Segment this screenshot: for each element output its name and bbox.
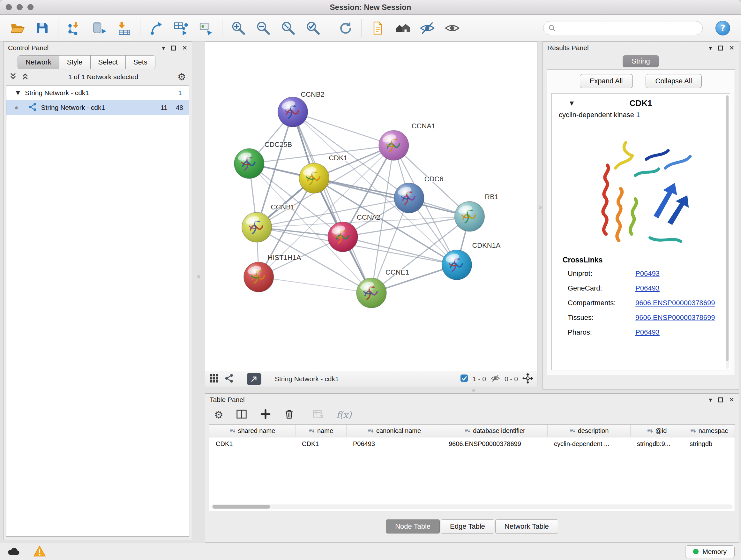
refresh-view-button[interactable] (336, 19, 354, 37)
network-row[interactable]: ● String Network - cdk1 11 48 (6, 100, 189, 115)
function-builder-button[interactable]: f(x) (336, 410, 352, 420)
network-edge[interactable] (259, 277, 372, 293)
network-overview-button[interactable] (224, 374, 234, 385)
network-node-CDK1[interactable] (299, 163, 329, 193)
expand-all-icon[interactable] (21, 72, 29, 81)
network-node-RB1[interactable] (455, 201, 484, 232)
hidden-eye-icon[interactable] (490, 374, 500, 385)
column-header[interactable]: shared name (209, 425, 295, 437)
network-edge[interactable] (293, 112, 394, 145)
zoom-selected-button[interactable] (304, 19, 322, 37)
panel-menu-icon[interactable]: ▾ (162, 45, 165, 51)
warnings-button[interactable] (33, 545, 46, 558)
tab-style[interactable]: Style (59, 56, 91, 69)
network-node-CDKN1A[interactable] (442, 250, 472, 280)
import-table-button[interactable] (115, 19, 133, 37)
network-from-table-button[interactable] (172, 19, 190, 37)
tab-select[interactable]: Select (91, 56, 126, 69)
panel-close-icon[interactable]: ✕ (729, 396, 734, 403)
network-node-CDC25B[interactable] (234, 148, 264, 179)
vertical-splitter-grip[interactable] (197, 275, 200, 278)
column-header[interactable]: database identifier (442, 425, 548, 437)
network-options-gear-icon[interactable]: ⚙ (178, 72, 186, 82)
network-node-CCNA1[interactable] (379, 130, 409, 160)
column-header[interactable]: description (548, 425, 630, 437)
network-view[interactable]: CCNB2CCNA1CDC25BCDK1CDC6RB1CCNB1CCNA2CDK… (205, 42, 537, 371)
home-button[interactable] (394, 19, 411, 37)
search-input[interactable] (559, 24, 697, 32)
zoom-fit-button[interactable] (279, 19, 297, 37)
tab-sets[interactable]: Sets (126, 56, 155, 69)
table-horizontal-scrollbar[interactable] (211, 504, 733, 509)
cloud-button[interactable] (6, 546, 20, 557)
network-edge[interactable] (257, 198, 409, 227)
network-node-CCNB2[interactable] (278, 97, 308, 127)
select-columns-button[interactable] (235, 408, 248, 422)
panel-menu-icon[interactable]: ▾ (709, 396, 712, 403)
collapse-all-button[interactable]: Collapse All (646, 74, 702, 88)
zoom-in-button[interactable] (229, 19, 247, 37)
network-node-CCNA2[interactable] (328, 222, 358, 252)
tab-network[interactable]: Network (18, 56, 59, 69)
table-header-row: shared name name canonical name database… (209, 425, 735, 437)
collapse-all-icon[interactable] (9, 72, 17, 81)
expand-all-button[interactable]: Expand All (580, 74, 633, 88)
compartments-link[interactable]: 9606.ENSP00000378699 (635, 299, 715, 307)
tissues-link[interactable]: 9606.ENSP00000378699 (635, 314, 715, 322)
network-edge[interactable] (293, 112, 372, 293)
open-session-button[interactable] (8, 19, 26, 37)
panel-close-icon[interactable]: ✕ (182, 45, 187, 51)
table-row[interactable]: CDK1 CDK1 P06493 9606.ENSP00000378699 cy… (209, 437, 735, 450)
network-node-CCNE1[interactable] (356, 278, 387, 308)
network-edge[interactable] (314, 178, 469, 216)
table-settings-gear-icon[interactable]: ⚙ (214, 410, 223, 420)
fit-content-button[interactable] (522, 373, 533, 385)
network-canvas[interactable]: CCNB2CCNA1CDC25BCDK1CDC6RB1CCNB1CCNA2CDK… (205, 42, 537, 371)
tab-edge-table[interactable]: Edge Table (441, 519, 494, 534)
genecard-link[interactable]: P06493 (635, 284, 660, 293)
network-node-CCNB1[interactable] (242, 212, 272, 242)
memory-button[interactable]: Memory (685, 545, 735, 558)
move-crosshair-icon (522, 373, 533, 384)
table-toolbar: ⚙ f(x) (205, 406, 739, 424)
birds-eye-view-button[interactable] (209, 374, 219, 385)
save-session-button[interactable] (33, 19, 51, 37)
results-scrollbar[interactable] (726, 95, 729, 369)
vertical-splitter-grip[interactable] (539, 206, 542, 209)
pharos-link[interactable]: P06493 (635, 328, 660, 336)
session-details-button[interactable] (368, 19, 387, 37)
eye-slash-icon (419, 20, 435, 36)
column-header[interactable]: canonical name (347, 425, 442, 437)
network-node-CDC6[interactable] (394, 183, 424, 213)
horizontal-splitter-grip[interactable] (472, 389, 475, 392)
panel-menu-icon[interactable]: ▾ (709, 45, 712, 51)
zoom-out-button[interactable] (254, 19, 272, 37)
panel-close-icon[interactable]: ✕ (729, 45, 734, 51)
selected-checkbox-icon[interactable] (460, 374, 468, 384)
tree-expand-icon[interactable]: ▼ (16, 90, 20, 96)
panel-float-icon[interactable] (171, 45, 176, 51)
import-network-database-button[interactable] (90, 19, 108, 37)
column-header[interactable]: @id (630, 425, 683, 437)
import-network-file-button[interactable] (65, 19, 83, 37)
clone-network-button[interactable] (197, 19, 215, 37)
tab-string[interactable]: String (623, 55, 659, 67)
panel-float-icon[interactable] (718, 397, 723, 402)
network-node-HIST1H1A[interactable] (244, 262, 274, 292)
panel-float-icon[interactable] (718, 45, 723, 51)
delete-column-button[interactable] (283, 408, 295, 421)
entry-collapse-icon[interactable]: ▼ (569, 101, 574, 106)
column-header[interactable]: name (295, 425, 347, 437)
uniprot-link[interactable]: P06493 (635, 269, 660, 278)
search-field[interactable] (543, 21, 703, 35)
tab-network-table[interactable]: Network Table (495, 519, 558, 534)
hide-panels-button[interactable] (418, 19, 436, 37)
show-panels-button[interactable] (443, 19, 461, 37)
new-network-button[interactable] (147, 19, 165, 37)
network-collection-row[interactable]: ▼ String Network - cdk1 1 (6, 85, 189, 100)
create-column-button[interactable] (260, 408, 271, 421)
tab-node-table[interactable]: Node Table (386, 519, 440, 534)
help-button[interactable]: ? (716, 21, 730, 36)
export-network-button[interactable] (247, 373, 261, 385)
column-header[interactable]: namespac (683, 425, 735, 437)
